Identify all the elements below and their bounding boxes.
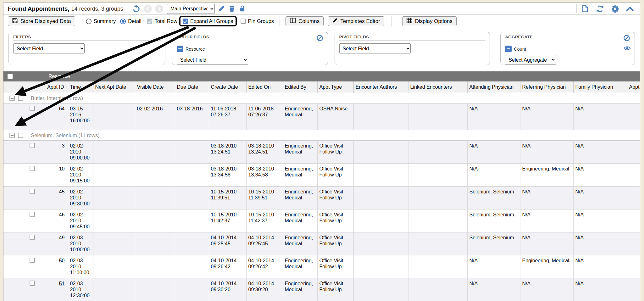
row-select-checkbox[interactable]: [30, 143, 35, 148]
appt-id-link[interactable]: 50: [59, 258, 65, 263]
column-header-encounter_authors[interactable]: Encounter Authors: [353, 81, 408, 93]
divider: [391, 16, 391, 26]
clear-group-fields-icon[interactable]: [316, 35, 323, 42]
pin-groups-checkbox[interactable]: Pin Groups: [241, 18, 274, 24]
cell-appt_id: 3: [38, 140, 68, 163]
group-fields-title: GROUP FIELDS: [177, 35, 209, 39]
cell-appt_type: Office Visit Follow Up: [317, 255, 353, 278]
group-expand-checkbox[interactable]: [9, 133, 15, 138]
templates-editor-button[interactable]: Templates Editor: [328, 16, 384, 26]
summary-radio-circle[interactable]: [86, 19, 92, 24]
lock-perspective-icon[interactable]: [239, 5, 246, 12]
cell-due_date: [175, 186, 209, 209]
column-header-time[interactable]: Time: [68, 81, 93, 93]
remove-aggregate-icon[interactable]: [505, 46, 512, 52]
select-all-checkbox[interactable]: [8, 74, 13, 79]
cell-due_date: [175, 140, 209, 163]
next-perspective-button[interactable]: [155, 5, 163, 13]
visibility-eye-icon[interactable]: [624, 45, 631, 51]
appt-id-link[interactable]: 3: [62, 143, 65, 148]
cell-due_date: [175, 278, 209, 301]
prev-perspective-button[interactable]: [144, 5, 152, 13]
column-header-create_date[interactable]: Create Date: [209, 81, 246, 93]
cell-visible_date: [135, 255, 175, 278]
column-header-edited_on[interactable]: Edited On: [246, 81, 283, 93]
cell-edited_on: 04-10-2014 09:26:42: [246, 255, 283, 278]
appointments-table: Appt IDTimeNext Apt DateVisible DateDue …: [3, 81, 640, 301]
group-column-bar: Resource: [3, 71, 640, 81]
column-header-attending_physician[interactable]: Attending Physician: [467, 81, 520, 93]
row-select-checkbox[interactable]: [30, 166, 35, 171]
group-select-checkbox[interactable]: [18, 96, 23, 101]
pin-groups-checkbox-box[interactable]: [241, 19, 246, 24]
column-header-linked_encounters[interactable]: Linked Encounters: [408, 81, 467, 93]
cell-referring_physician: N/A: [520, 209, 573, 232]
appt-id-link[interactable]: 49: [59, 235, 65, 240]
filters-select-field[interactable]: Select Field: [13, 43, 85, 53]
group-fields-select-field[interactable]: Select Field: [177, 55, 248, 65]
column-header-next_apt_date[interactable]: Next Apt Date: [93, 81, 135, 93]
row-select-checkbox[interactable]: [30, 281, 35, 286]
column-header-due_date[interactable]: Due Date: [175, 81, 209, 93]
total-row-checkbox[interactable]: Total Row: [147, 18, 177, 24]
cell-edited_on: 04-10-2014 09:25:45: [246, 232, 283, 255]
summary-radio[interactable]: Summary: [86, 18, 116, 24]
cell-due_date: [175, 209, 209, 232]
column-header-appt_type[interactable]: Appt Type: [317, 81, 353, 93]
column-header-family_physician[interactable]: Family Physician: [573, 81, 627, 93]
appt-id-link[interactable]: 64: [59, 106, 65, 111]
row-select-checkbox[interactable]: [30, 258, 35, 263]
column-header-appt_id[interactable]: Appt ID: [38, 81, 68, 93]
cell-appt_id: 64: [38, 103, 68, 130]
row-select-checkbox[interactable]: [30, 235, 35, 240]
filters-title: FILTERS: [13, 35, 31, 39]
refresh-icon[interactable]: [596, 5, 604, 13]
appt-id-link[interactable]: 51: [59, 281, 65, 286]
row-select-checkbox[interactable]: [30, 212, 35, 217]
cell-time: 02-02-2010 09:45:00: [68, 209, 93, 232]
detail-radio-circle[interactable]: [120, 19, 126, 24]
column-header-appt_reason[interactable]: Appt Re: [627, 81, 640, 93]
row-select-checkbox[interactable]: [30, 106, 35, 111]
new-document-icon[interactable]: [581, 5, 589, 13]
undo-button[interactable]: [132, 5, 141, 13]
settings-gear-icon[interactable]: [611, 5, 619, 13]
pivot-fields-select-field[interactable]: Select Field: [339, 43, 411, 53]
expand-all-groups-checkbox[interactable]: Expand All Groups: [183, 18, 233, 24]
cell-next_apt_date: [93, 209, 135, 232]
edit-perspective-icon[interactable]: [218, 5, 225, 12]
table-row: 5002-03-2010 11:00:0004-10-2014 09:26:42…: [3, 255, 640, 278]
delete-perspective-icon[interactable]: [228, 5, 236, 12]
collapse-chevron-up-icon[interactable]: [626, 6, 634, 11]
appt-id-link[interactable]: 45: [59, 189, 65, 194]
cell-appt_reason: [627, 278, 640, 301]
total-row-checkbox-box[interactable]: [147, 19, 152, 24]
cell-encounter_authors: [353, 163, 408, 186]
column-header-referring_physician[interactable]: Referring Physician: [520, 81, 573, 93]
perspective-select[interactable]: Main Perspective: [167, 4, 215, 14]
columns-button[interactable]: Columns: [286, 16, 324, 26]
cell-edited_by: Engineering, Medical: [283, 186, 317, 209]
group-select-checkbox[interactable]: [18, 133, 23, 138]
appt-id-link[interactable]: 46: [59, 212, 65, 217]
cell-family_physician: N/A: [573, 232, 627, 255]
appt-id-link[interactable]: 10: [59, 166, 65, 171]
aggregate-select[interactable]: Select Aggregate: [505, 55, 556, 65]
expand-all-groups-checkbox-box[interactable]: [183, 19, 188, 24]
display-options-button[interactable]: Display Options: [402, 16, 457, 26]
column-header-edited_by[interactable]: Edited By: [283, 81, 317, 93]
cell-edited_on: 03-18-2010 13:24:51: [246, 140, 283, 163]
remove-group-field-icon[interactable]: [177, 46, 183, 52]
cell-due_date: [175, 163, 209, 186]
column-header-visible_date[interactable]: Visible Date: [135, 81, 175, 93]
cell-referring_physician: N/A: [520, 140, 573, 163]
cell-linked_encounters: [408, 209, 467, 232]
detail-radio[interactable]: Detail: [120, 18, 141, 24]
group-expand-checkbox[interactable]: [9, 96, 15, 101]
cell-appt_reason: [627, 163, 640, 186]
store-displayed-data-button[interactable]: Store Displayed Data: [8, 16, 75, 26]
clear-aggregate-icon[interactable]: [623, 35, 630, 42]
row-select-checkbox[interactable]: [30, 189, 35, 194]
cell-create_date: 04-10-2014 09:26:42: [209, 255, 246, 278]
cell-visible_date: [135, 186, 175, 209]
